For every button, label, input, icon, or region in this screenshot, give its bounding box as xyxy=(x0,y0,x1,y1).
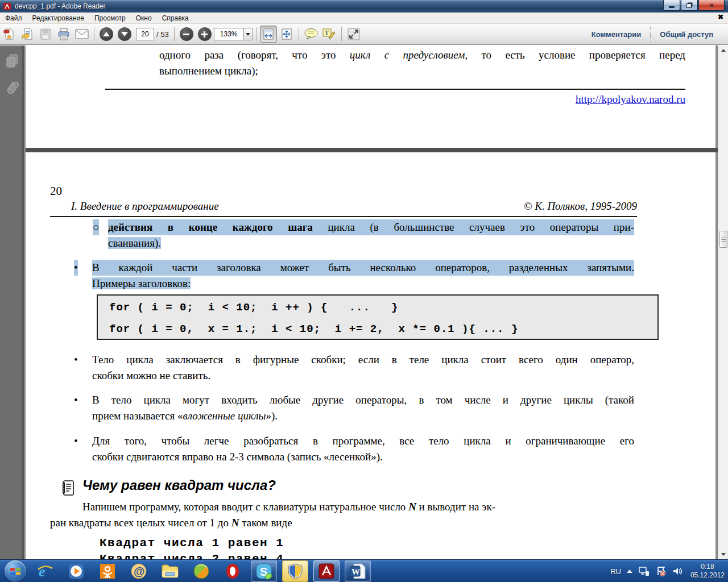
show-hidden-icons-button[interactable] xyxy=(627,569,632,573)
action-center-flag-icon[interactable] xyxy=(655,566,667,576)
screen: devcpp_1.pdf - Adobe Reader × Файл Редак… xyxy=(0,0,728,582)
save-button[interactable] xyxy=(37,26,54,43)
taskbar-odnoklassniki[interactable] xyxy=(94,560,121,582)
comments-panel-button[interactable]: Комментарии xyxy=(582,30,651,39)
taskbar-word[interactable]: W xyxy=(345,560,371,582)
menu-help[interactable]: Справка xyxy=(157,13,194,24)
start-button[interactable] xyxy=(5,560,26,582)
print-button[interactable] xyxy=(55,26,72,43)
network-icon[interactable] xyxy=(638,566,650,576)
zoom-dropdown-button[interactable] xyxy=(243,28,253,40)
running-head-right: © К. Поляков, 1995-2009 xyxy=(367,200,637,213)
arrow-up-icon xyxy=(103,32,110,36)
toolbar-separator xyxy=(94,27,94,41)
toolbar-right-group: Комментарии Общий доступ xyxy=(582,24,722,44)
code-line-2: for ( i = 0, x = 1.; i < 10; i += 2, x *… xyxy=(109,323,518,335)
taskbar-media-player[interactable] xyxy=(63,560,89,582)
close-icon: × xyxy=(709,2,714,9)
sub-bullet-line2: сваивания). xyxy=(108,237,161,249)
minimize-icon xyxy=(669,6,675,8)
pdf-page-20: 20 I. Введение в программирование © К. П… xyxy=(26,152,715,559)
toolbar-separator xyxy=(256,27,257,41)
svg-text:T: T xyxy=(325,30,329,36)
menubar-close-icon[interactable]: ✖ xyxy=(717,13,725,21)
scrollbar-thumb[interactable] xyxy=(719,231,727,248)
menu-view[interactable]: Просмотр xyxy=(89,13,131,24)
fit-page-button[interactable] xyxy=(278,26,295,43)
svg-text:e: e xyxy=(39,563,46,580)
fullscreen-button[interactable] xyxy=(345,26,362,43)
menu-edit[interactable]: Редактирование xyxy=(27,13,89,24)
svg-text:W: W xyxy=(351,567,360,576)
windows-logo-icon xyxy=(10,567,20,576)
system-tray: RU 0:18 05.12.2012 xyxy=(610,560,725,582)
page1-paragraph: одного раза (говорят, что это цикл с пре… xyxy=(159,47,685,79)
bullet-braces-text: Тело цикла заключается в фигурные скобки… xyxy=(92,352,634,384)
bullet-nested-line1: В тело цикла могут входить любые другие … xyxy=(92,392,634,408)
scroll-up-button[interactable] xyxy=(718,45,728,55)
taskbar-adobe-reader[interactable] xyxy=(313,560,340,582)
svg-text:@: @ xyxy=(134,565,145,577)
bullet-ladder-line2: скобки сдвигаются вправо на 2-3 символа … xyxy=(92,451,383,463)
taskbar-skype[interactable]: S xyxy=(251,560,277,582)
program-output-line1: Квадрат числа 1 равен 1 xyxy=(100,537,284,550)
zoom-level-value[interactable]: 133% xyxy=(214,28,243,40)
bullet-marker: • xyxy=(74,433,78,449)
tray-time: 0:18 xyxy=(690,563,725,571)
bullet-nested-line2: прием называется «вложенные циклы»). xyxy=(92,410,278,422)
toolbar-separator xyxy=(299,27,299,41)
bullet-comma-line2: Примеры заголовков: xyxy=(92,277,191,289)
open-button[interactable] xyxy=(1,26,18,43)
taskbar-opera[interactable] xyxy=(220,560,246,582)
menu-window[interactable]: Окно xyxy=(131,13,157,24)
navigation-sidebar xyxy=(0,45,24,559)
footer-link-wrap: http://kpolyakov.narod.ru xyxy=(105,93,685,106)
page-thumbnails-icon[interactable] xyxy=(5,53,19,68)
language-indicator[interactable]: RU xyxy=(610,567,621,576)
previous-page-button[interactable] xyxy=(98,26,115,43)
toolbar: / 53 133% T Комментарии Общий доступ xyxy=(0,24,728,45)
zoom-in-button[interactable] xyxy=(196,26,213,43)
minus-icon xyxy=(183,34,189,35)
program-output-line2: Квадрат числа 2 равен 4 xyxy=(100,552,284,559)
next-page-button[interactable] xyxy=(116,26,133,43)
sub-bullet-marker: ○ xyxy=(93,219,99,235)
highlight-text-button[interactable]: T xyxy=(321,26,338,43)
email-button[interactable] xyxy=(73,26,90,43)
taskbar-internet-explorer[interactable]: e xyxy=(32,560,58,582)
bullet-braces-line2: скобки можно не ставить. xyxy=(92,369,210,381)
bullet-marker: • xyxy=(74,392,78,408)
section-para-line2: ран квадраты всех целых чисел от 1 до N … xyxy=(50,515,636,531)
taskbar-windows-explorer[interactable] xyxy=(157,560,183,582)
menu-bar: Файл Редактирование Просмотр Окно Справк… xyxy=(0,13,728,24)
close-button[interactable]: × xyxy=(698,0,725,11)
fit-width-button[interactable] xyxy=(260,26,277,43)
share-panel-button[interactable]: Общий доступ xyxy=(651,30,722,39)
bullet-ladder-text: Для того, чтобы легче разобраться в прог… xyxy=(92,433,634,465)
comment-button[interactable] xyxy=(303,26,320,43)
scroll-down-button[interactable] xyxy=(718,550,728,559)
clock[interactable]: 0:18 05.12.2012 xyxy=(690,563,725,580)
page-number-input[interactable] xyxy=(136,28,154,40)
taskbar-mailru[interactable]: @ xyxy=(126,560,152,582)
page1-line1: одного раза (говорят, что это цикл с пре… xyxy=(159,47,685,63)
page-total-label: / 53 xyxy=(156,30,169,39)
convert-pdf-button[interactable] xyxy=(19,26,36,43)
restore-button[interactable] xyxy=(681,0,698,11)
sub-bullet-line1: действия в конце каждого шага цикла (в б… xyxy=(108,219,634,235)
vertical-scrollbar[interactable] xyxy=(718,45,728,559)
zoom-out-button[interactable] xyxy=(178,26,195,43)
volume-icon[interactable] xyxy=(672,566,682,576)
menu-file[interactable]: Файл xyxy=(0,13,27,24)
page-number: 20 xyxy=(50,184,62,198)
taskbar-sphere-app[interactable] xyxy=(188,560,214,582)
minimize-button[interactable] xyxy=(663,0,680,11)
taskbar-windows-defender[interactable] xyxy=(282,560,308,582)
restore-icon xyxy=(686,3,692,8)
bullet-marker: • xyxy=(74,352,78,368)
attachments-paperclip-icon[interactable] xyxy=(5,78,19,93)
adobe-reader-app-icon xyxy=(3,2,11,11)
bullet-braces-line1: Тело цикла заключается в фигурные скобки… xyxy=(92,352,634,368)
kpolyakov-link[interactable]: http://kpolyakov.narod.ru xyxy=(576,93,685,105)
footer-rule xyxy=(105,89,685,90)
